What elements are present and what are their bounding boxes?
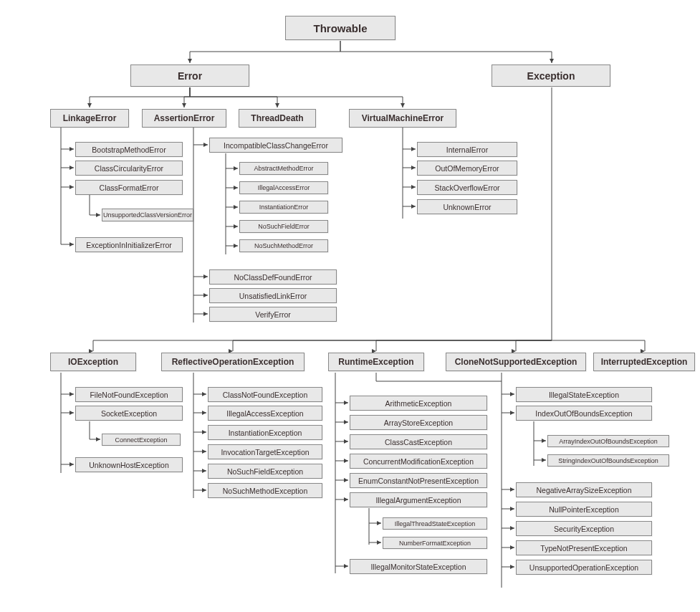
node-illegal-state-exception: IllegalStateException (516, 387, 652, 402)
node-thread-death: ThreadDeath (239, 109, 316, 128)
node-no-such-method-exception: NoSuchMethodException (208, 483, 322, 498)
node-internal-error: InternalError (417, 142, 517, 157)
node-no-class-def-found-error: NoClassDefFoundError (209, 269, 337, 285)
node-class-cast-exception: ClassCastException (350, 434, 487, 449)
node-connect-exception: ConnectException (102, 434, 181, 446)
node-unsupported-operation-exception: UnsupportedOperationException (516, 560, 652, 575)
node-class-not-found-exception: ClassNotFoundException (208, 387, 322, 402)
node-null-pointer-exception: NullPointerException (516, 502, 652, 517)
node-invocation-target-exception: InvocationTargetException (208, 444, 322, 459)
node-arithmetic-exception: ArithmeticException (350, 396, 487, 411)
node-reflective-operation-exception: ReflectiveOperationException (161, 353, 305, 371)
node-linkage-error: LinkageError (50, 109, 129, 128)
node-runtime-exception: RuntimeException (328, 353, 424, 371)
node-interrupted-exception: InterruptedException (593, 353, 695, 371)
node-array-store-exception: ArrayStoreException (350, 415, 487, 430)
node-error: Error (130, 64, 249, 87)
node-instantiation-exception: InstantiationException (208, 425, 322, 440)
node-string-index-out-of-bounds-exception: StringIndexOutOfBoundsException (547, 454, 669, 467)
node-exception-in-initializer-error: ExceptionInInitializerError (75, 237, 183, 252)
node-number-format-exception: NumberFormatException (383, 537, 487, 549)
node-class-format-error: ClassFormatError (75, 180, 183, 195)
node-security-exception: SecurityException (516, 521, 652, 536)
node-io-exception: IOException (50, 353, 136, 371)
node-class-circularity-error: ClassCircularityError (75, 161, 183, 176)
node-illegal-access-exception: IllegalAccessException (208, 406, 322, 421)
node-out-of-memory-error: OutOfMemoryError (417, 161, 517, 176)
node-no-such-field-exception: NoSuchFieldException (208, 464, 322, 479)
node-type-not-present-exception: TypeNotPresentException (516, 540, 652, 555)
node-clone-not-supported-exception: CloneNotSupportedException (446, 353, 586, 371)
node-index-out-of-bounds-exception: IndexOutOfBoundsException (516, 406, 652, 421)
node-throwable: Throwable (285, 16, 395, 40)
node-negative-array-size-exception: NegativeArraySizeException (516, 482, 652, 497)
node-unknown-host-exception: UnknownHostException (75, 457, 183, 472)
node-virtual-machine-error: VirtualMachineError (349, 109, 456, 128)
node-file-not-found-exception: FileNotFoundException (75, 387, 183, 402)
node-illegal-argument-exception: IllegalArgumentException (350, 492, 487, 507)
node-socket-exception: SocketException (75, 406, 183, 421)
node-abstract-method-error: AbstractMethodError (239, 162, 328, 175)
node-illegal-thread-state-exception: IllegalThreadStateException (383, 517, 487, 530)
node-concurrent-modification-exception: ConcurrentModificationException (350, 454, 487, 469)
node-unsupported-class-version-error: UnsupportedClassVersionError (102, 209, 193, 221)
node-verify-error: VerifyError (209, 307, 337, 322)
node-array-index-out-of-bounds-exception: ArrayIndexOutOfBoundsException (547, 435, 669, 447)
node-no-such-method-error: NoSuchMethodError (239, 239, 328, 252)
node-bootstrap-method-error: BootstrapMethodError (75, 142, 183, 157)
node-illegal-access-error: IllegalAccessError (239, 181, 328, 194)
node-assertion-error: AssertionError (142, 109, 226, 128)
node-exception: Exception (492, 64, 610, 87)
node-no-such-field-error: NoSuchFieldError (239, 220, 328, 233)
node-illegal-monitor-state-exception: IllegalMonitorStateException (350, 559, 487, 574)
node-instantiation-error: InstantiationError (239, 201, 328, 214)
node-incompatible-class-change-error: IncompatibleClassChangeError (209, 138, 342, 153)
node-enum-constant-not-present-exception: EnumConstantNotPresentException (350, 473, 487, 488)
node-stack-overflow-error: StackOverflowError (417, 180, 517, 195)
node-unknown-error: UnknownError (417, 199, 517, 214)
node-unsatisfied-link-error: UnsatisfiedLinkError (209, 288, 337, 303)
